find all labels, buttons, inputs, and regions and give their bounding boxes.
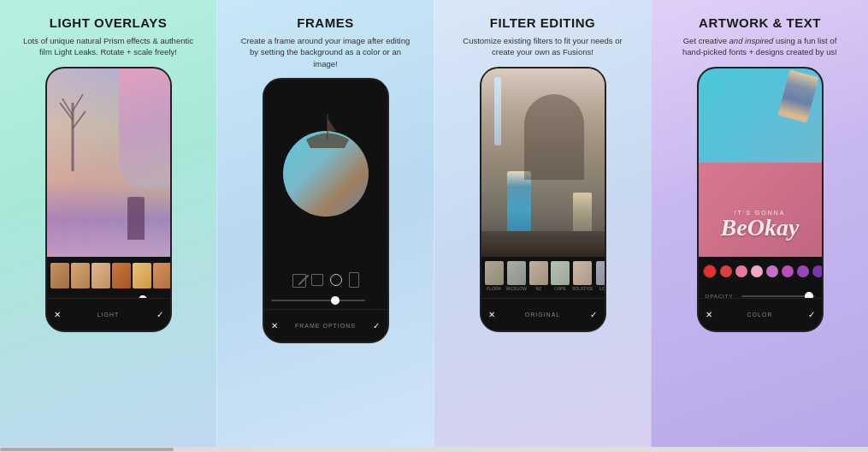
p3-arch bbox=[524, 94, 584, 180]
p4-opacity-track[interactable] bbox=[741, 295, 814, 297]
phone-2-bottom-bar: ✕ FRAME OPTIONS ✓ bbox=[264, 309, 387, 342]
p2-portrait-frame-icon[interactable] bbox=[349, 272, 359, 288]
phone-4: IT'S GONNA BeOkay bbox=[697, 67, 824, 332]
p1-thumbnails bbox=[47, 257, 170, 295]
panel-3-title: FILTER EDITING bbox=[490, 15, 595, 30]
p3-confirm-icon[interactable]: ✓ bbox=[590, 310, 597, 319]
bottom-scrollbar[interactable] bbox=[0, 447, 868, 452]
svg-line-2 bbox=[73, 111, 86, 128]
p2-confirm-icon[interactable]: ✓ bbox=[373, 321, 380, 330]
p4-opacity-label: OPACITY bbox=[706, 294, 734, 298]
phone-1-screen bbox=[47, 68, 170, 298]
color-pink[interactable] bbox=[735, 265, 747, 277]
p3-cancel-icon[interactable]: ✕ bbox=[488, 310, 495, 319]
p3-thumb-cape-img bbox=[551, 261, 570, 285]
thumb-2[interactable] bbox=[71, 263, 90, 288]
p3-main-image bbox=[481, 68, 605, 257]
p3-thumb-cape[interactable]: CAPE bbox=[551, 261, 570, 291]
p4-opacity-row: OPACITY bbox=[699, 287, 822, 298]
svg-line-4 bbox=[73, 94, 83, 111]
phone-3: FLORA WICKLOW NZ CAPE bbox=[480, 67, 606, 332]
phone-1: ✕ LIGHT ✓ bbox=[45, 67, 172, 332]
color-red[interactable] bbox=[703, 265, 717, 278]
panel-artwork-text: ARTWORK & TEXT Get creative and inspired… bbox=[651, 0, 868, 447]
thumb-5[interactable] bbox=[133, 263, 151, 288]
scrollbar-thumb[interactable] bbox=[0, 448, 174, 451]
panel-light-overlays: LIGHT OVERLAYS Lots of unique natural Pr… bbox=[0, 0, 216, 447]
panel-2-desc: Create a frame around your image after e… bbox=[240, 35, 411, 69]
phone-2: ⚙ + ✕ FRAME OPTIONS ✓ bbox=[263, 78, 389, 343]
panel-4-desc: Get creative and inspired using a fun li… bbox=[675, 35, 846, 58]
p4-desc-italic: and inspired bbox=[729, 36, 774, 45]
panel-filter-editing: FILTER EDITING Customize existing filter… bbox=[434, 0, 651, 447]
p4-person bbox=[777, 69, 818, 122]
p2-square-frame-icon[interactable] bbox=[311, 274, 323, 286]
phone-3-screen: FLORA WICKLOW NZ CAPE bbox=[481, 68, 605, 298]
p1-bottom-label: LIGHT bbox=[97, 312, 120, 318]
p3-slider-row bbox=[481, 295, 605, 298]
panel-frames: FRAMES Create a frame around your image … bbox=[216, 0, 434, 447]
p3-bottom-label: ORIGINAL bbox=[525, 312, 560, 318]
color-violet[interactable] bbox=[797, 265, 809, 277]
p4-text-overlay: IT'S GONNA BeOkay bbox=[721, 210, 800, 240]
p3-waterfall bbox=[494, 77, 501, 146]
p3-thumb-flora[interactable]: FLORA bbox=[485, 261, 504, 291]
panel-1-desc: Lots of unique natural Prism effects & a… bbox=[23, 35, 194, 58]
thumb-3[interactable] bbox=[92, 263, 110, 288]
thumb-6[interactable] bbox=[153, 263, 170, 288]
p3-thumb-nz[interactable]: NZ bbox=[529, 261, 548, 291]
color-lightpink[interactable] bbox=[751, 265, 763, 277]
panel-4-title: ARTWORK & TEXT bbox=[699, 15, 821, 30]
p2-slider-thumb[interactable] bbox=[331, 296, 340, 305]
p4-bottom-label: COLOR bbox=[747, 312, 773, 318]
p3-thumb-wicklow[interactable]: WICKLOW bbox=[506, 261, 527, 291]
color-indigo[interactable] bbox=[812, 265, 822, 277]
p2-slider-row bbox=[264, 292, 387, 309]
p3-thumb-solstice-img bbox=[573, 261, 592, 285]
p3-rocks bbox=[481, 231, 605, 257]
phone-3-bottom-bar: ✕ ORIGINAL ✓ bbox=[481, 298, 605, 330]
p3-thumb-flora-img bbox=[485, 261, 504, 285]
p4-main-text: BeOkay bbox=[721, 216, 800, 240]
p2-frame-icons bbox=[264, 268, 387, 292]
p1-slider-row bbox=[47, 295, 170, 298]
p3-thumbnails: FLORA WICKLOW NZ CAPE bbox=[481, 257, 605, 295]
phone-1-bottom-bar: ✕ LIGHT ✓ bbox=[47, 298, 170, 330]
p4-main-image: IT'S GONNA BeOkay bbox=[699, 68, 822, 257]
p3-thumb-lore[interactable]: LORE bbox=[596, 261, 605, 291]
p1-main-image bbox=[47, 68, 170, 257]
p1-figure bbox=[127, 197, 145, 240]
p2-slider-track[interactable] bbox=[271, 300, 365, 301]
p3-thumb-wicklow-img bbox=[507, 261, 526, 285]
p1-slider-thumb[interactable] bbox=[139, 295, 147, 298]
p3-thumb-solstice[interactable]: SOLSTICE bbox=[572, 261, 593, 291]
thumb-4[interactable] bbox=[112, 263, 131, 288]
phone-2-screen: ⚙ + bbox=[264, 80, 387, 309]
p1-confirm-icon[interactable]: ✓ bbox=[156, 310, 163, 319]
panel-3-desc: Customize existing filters to fit your n… bbox=[458, 35, 629, 58]
phone-4-screen: IT'S GONNA BeOkay bbox=[699, 68, 822, 298]
panel-1-title: LIGHT OVERLAYS bbox=[50, 15, 167, 30]
p4-color-dots bbox=[699, 257, 822, 287]
panel-2-title: FRAMES bbox=[297, 15, 353, 30]
p1-cancel-icon[interactable]: ✕ bbox=[54, 310, 61, 319]
color-purple[interactable] bbox=[782, 265, 794, 277]
p1-light-leak bbox=[119, 68, 170, 188]
color-magenta[interactable] bbox=[766, 265, 778, 277]
p4-confirm-icon[interactable]: ✓ bbox=[808, 310, 815, 319]
p2-bottom-label: FRAME OPTIONS bbox=[295, 323, 356, 329]
thumb-1[interactable] bbox=[50, 263, 69, 288]
p4-opacity-thumb[interactable] bbox=[805, 292, 813, 298]
p2-no-frame-icon[interactable] bbox=[292, 274, 304, 286]
main-content: LIGHT OVERLAYS Lots of unique natural Pr… bbox=[0, 0, 868, 447]
p2-cancel-icon[interactable]: ✕ bbox=[271, 321, 278, 330]
p4-cancel-icon[interactable]: ✕ bbox=[706, 310, 712, 319]
p1-tree-svg bbox=[56, 86, 90, 171]
phone-4-bottom-bar: ✕ COLOR ✓ bbox=[699, 298, 822, 330]
color-darkred[interactable] bbox=[720, 265, 732, 277]
p2-main-image bbox=[264, 80, 387, 268]
p4-top-section bbox=[699, 68, 822, 163]
p3-thumb-nz-img bbox=[529, 261, 548, 285]
p2-circle-frame-icon[interactable] bbox=[330, 274, 342, 286]
p2-ship-svg bbox=[298, 110, 357, 152]
